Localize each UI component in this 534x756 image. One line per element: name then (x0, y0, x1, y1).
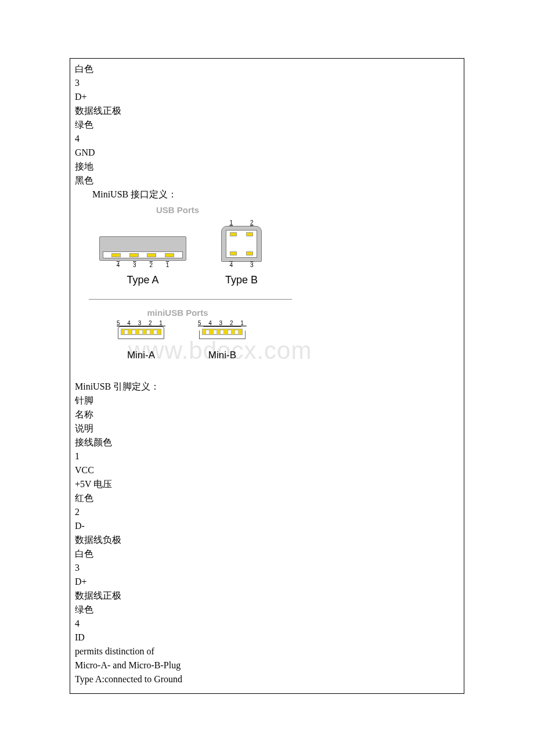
text-line: D- (75, 519, 459, 533)
contact-pin-icon (230, 232, 237, 236)
contact-pin-icon (220, 330, 224, 334)
text-line: 数据线正极 (75, 104, 459, 118)
contact-pin-icon (230, 251, 237, 255)
mini-a-pin-numbers: 5 4 3 2 1 (117, 320, 165, 326)
text-line: 4 (75, 132, 459, 146)
type-b-top-pin-numbers: 1 2 (229, 219, 253, 226)
pin-number: 3 (250, 262, 254, 268)
text-line: 3 (75, 76, 459, 90)
contact-pin-icon (146, 330, 150, 334)
miniusb-ports-heading: miniUSB Ports (82, 308, 273, 318)
text-line: 绿色 (75, 118, 459, 132)
text-line: Type A:connected to Ground (75, 672, 459, 686)
text-line: GND (75, 146, 459, 160)
mini-a-label: Mini-A (127, 350, 155, 361)
section-heading: MiniUSB 引脚定义： (75, 380, 459, 394)
pin-number: 1 (229, 219, 233, 226)
text-line: 绿色 (75, 603, 459, 617)
text-line: D+ (75, 90, 459, 104)
text-line: 接地 (75, 160, 459, 174)
text-line: 数据线负极 (75, 533, 459, 547)
usb-type-b: 1 2 4 3 (221, 219, 262, 286)
contact-pin-icon (124, 330, 128, 334)
mini-usb-b: 5 4 3 2 1 Mini-B (198, 320, 247, 361)
text-line: permits distinction of (75, 645, 459, 658)
pin-number: 3 (133, 262, 136, 268)
text-line: VCC (75, 463, 459, 477)
text-line: 黑色 (75, 174, 459, 188)
pin-number: 1 (166, 262, 169, 268)
text-line: 说明 (75, 422, 459, 435)
mini-b-label: Mini-B (208, 350, 236, 361)
contact-pin-icon (246, 232, 253, 236)
contact-pin-icon (165, 253, 174, 257)
contact-pin-icon (205, 330, 210, 334)
text-line: 接线颜色 (75, 435, 459, 449)
text-line: 数据线正极 (75, 589, 459, 603)
text-line: 名称 (75, 408, 459, 422)
mini-b-connector-icon (199, 326, 246, 339)
usb-ports-diagram: USB Ports 4 3 2 1 (75, 201, 459, 372)
contact-pin-icon (111, 253, 121, 257)
text-line: 白色 (75, 62, 459, 76)
type-b-bottom-pin-numbers: 4 3 (229, 262, 253, 268)
text-line: Micro-A- and Micro-B-Plug (75, 658, 459, 672)
text-line: 1 (75, 449, 459, 463)
text-line: 红色 (75, 491, 459, 505)
document-frame: 白色 3 D+ 数据线正极 绿色 4 GND 接地 黑色 MiniUSB 接口定… (70, 58, 464, 694)
text-line: 2 (75, 505, 459, 519)
contact-pin-icon (132, 330, 136, 334)
contact-pin-icon (129, 253, 139, 257)
text-line: +5V 电压 (75, 477, 459, 491)
type-a-pin-numbers: 4 3 2 1 (103, 262, 182, 268)
contact-pin-icon (228, 330, 232, 334)
divider (89, 299, 292, 300)
type-b-label: Type B (225, 274, 258, 286)
pin-number: 4 (229, 262, 233, 268)
text-line: 3 (75, 561, 459, 575)
text-line: 白色 (75, 547, 459, 561)
contact-pin-icon (246, 251, 253, 255)
mini-a-connector-icon (118, 326, 164, 339)
pin-number: 2 (250, 219, 254, 226)
usb-ports-heading: USB Ports (82, 205, 273, 215)
text-line: D+ (75, 575, 459, 589)
mini-b-pin-numbers: 5 4 3 2 1 (198, 320, 247, 326)
contact-pin-icon (147, 253, 156, 257)
contact-pin-icon (234, 330, 239, 334)
text-line: ID (75, 631, 459, 645)
contact-pin-icon (213, 330, 217, 334)
type-b-connector-icon (221, 226, 262, 262)
pin-number: 2 (149, 262, 153, 268)
section-title: MiniUSB 接口定义： (75, 188, 459, 201)
text-line: 针脚 (75, 394, 459, 408)
contact-pin-icon (153, 330, 157, 334)
text-line: 4 (75, 617, 459, 631)
usb-type-a: 4 3 2 1 Type A (99, 236, 186, 286)
type-a-label: Type A (127, 274, 158, 286)
pin-number: 4 (117, 262, 120, 268)
contact-pin-icon (139, 330, 143, 334)
mini-usb-a: 5 4 3 2 1 Mini-A (117, 320, 165, 361)
type-a-connector-icon (99, 236, 186, 261)
